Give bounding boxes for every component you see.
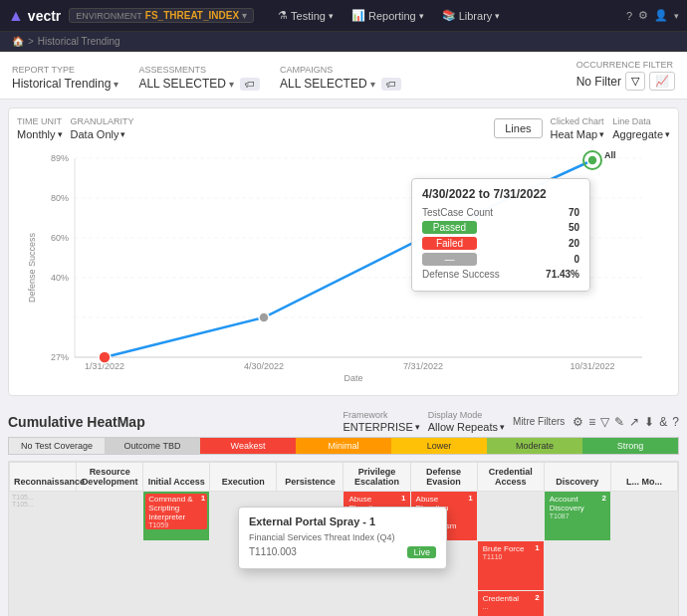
chevron-down-icon: ▾ — [500, 422, 505, 432]
filter-bar: Report Type Historical Trending ▾ Assess… — [0, 52, 687, 100]
help-icon[interactable]: ? — [626, 10, 632, 22]
user-icon[interactable]: 👤 — [654, 9, 668, 22]
tooltip-passed-value: 50 — [550, 222, 579, 233]
cell-cred-1[interactable] — [477, 492, 544, 541]
cell-other-3[interactable] — [610, 591, 677, 617]
nav-testing-label: Testing — [291, 10, 326, 22]
aggregate-select[interactable]: Aggregate ▾ — [612, 128, 670, 140]
legend-minimal: Minimal — [296, 438, 391, 454]
framework-value: ENTERPRISE — [343, 421, 412, 433]
chevron-down-icon: ▾ — [370, 79, 375, 90]
cursor-icon[interactable]: ↗ — [629, 415, 639, 429]
legend-weakest: Weakest — [200, 438, 296, 454]
cell-persistence-3[interactable] — [277, 591, 344, 617]
campaigns-select[interactable]: ALL SELECTED ▾ 🏷 — [280, 77, 401, 91]
campaigns-tag: 🏷 — [381, 78, 401, 91]
campaigns-label: Campaigns — [280, 65, 401, 75]
assessments-value: ALL SELECTED — [138, 77, 226, 91]
edit-icon[interactable]: ✎ — [614, 415, 624, 429]
svg-text:7/31/2022: 7/31/2022 — [403, 361, 443, 371]
data-point-jan[interactable] — [99, 351, 111, 363]
tooltip-title: 4/30/2022 to 7/31/2022 — [422, 187, 579, 201]
svg-text:60%: 60% — [51, 233, 69, 243]
svg-text:89%: 89% — [51, 153, 69, 163]
settings-icon[interactable]: ⚙ — [572, 415, 583, 429]
cell-initial-2[interactable] — [143, 541, 210, 591]
occurrence-value: No Filter — [576, 75, 621, 89]
link-icon[interactable]: & — [659, 415, 667, 429]
download-icon[interactable]: ⬇ — [644, 415, 654, 429]
cell-other-2[interactable] — [610, 541, 677, 591]
cell-initial-1[interactable]: 1 Command & Scripting Interpreter T1059 — [143, 492, 210, 541]
time-unit-select[interactable]: Monthly ▾ — [17, 128, 63, 140]
help-icon[interactable]: ? — [672, 415, 679, 429]
heat-map-select[interactable]: Heat Map ▾ — [551, 128, 605, 140]
nav-item-library[interactable]: 📚 Library ▾ — [434, 5, 509, 26]
filter-icon[interactable]: ▽ — [600, 415, 609, 429]
cell-execution-3[interactable] — [210, 591, 277, 617]
data-point-oct[interactable] — [587, 155, 597, 165]
cell-recon-1[interactable]: T105... T105... — [10, 492, 77, 541]
chevron-down-icon: ▾ — [415, 422, 420, 432]
assessments-label: Assessments — [138, 65, 260, 75]
col-initial: Initial Access — [143, 463, 210, 492]
cell-recon-3[interactable] — [10, 591, 77, 617]
col-other: L... Mo... — [610, 463, 677, 492]
env-label: ENVIRONMENT — [76, 11, 142, 21]
mitre-filters-link[interactable]: Mitre Filters — [513, 416, 565, 427]
cell-resource-3[interactable] — [77, 591, 143, 617]
assessments-select[interactable]: ALL SELECTED ▾ 🏷 — [138, 77, 260, 91]
cell-defense-3[interactable] — [410, 591, 477, 617]
home-icon[interactable]: 🏠 — [12, 36, 24, 47]
col-priv-esc: Privilege Escalation — [344, 463, 410, 492]
cell-recon-2[interactable] — [10, 541, 77, 591]
cell-resource-1[interactable] — [77, 492, 143, 541]
cell-resource-2[interactable] — [77, 541, 143, 591]
env-name: FS_THREAT_INDEX — [145, 10, 239, 21]
chevron-down-icon: ▾ — [419, 11, 424, 21]
popup-subtitle: Financial Services Threat Index (Q4) — [249, 532, 436, 542]
nav-item-reporting[interactable]: 📊 Reporting ▾ — [344, 5, 432, 26]
cell-discovery-2[interactable] — [544, 541, 610, 591]
report-type-select[interactable]: Historical Trending ▾ — [12, 77, 118, 91]
cell-initial-3[interactable] — [143, 591, 210, 617]
cell-discovery-3[interactable] — [544, 591, 610, 617]
nav-library-label: Library — [459, 10, 493, 22]
display-mode-select[interactable]: Allow Repeats ▾ — [428, 421, 505, 433]
nav-item-testing[interactable]: ⚗ Testing ▾ — [270, 5, 342, 26]
legend-bar: No Test Coverage Outcome TBD Weakest Min… — [8, 437, 679, 455]
popup-id-label: T1110.003 — [249, 546, 297, 558]
table-icon[interactable]: ≡ — [588, 415, 595, 429]
granularity-label: Granularity — [71, 116, 134, 126]
breadcrumb-page: Historical Trending — [38, 36, 120, 47]
svg-text:Date: Date — [344, 373, 362, 383]
app-logo: ▲ vectr — [8, 7, 61, 25]
line-data-control: Line Data Aggregate ▾ — [612, 116, 670, 140]
legend-lower: Lower — [391, 438, 487, 454]
svg-text:10/31/2022: 10/31/2022 — [570, 361, 614, 371]
cell-discovery-1[interactable]: 2 Account Discovery T1087 — [544, 492, 610, 541]
cell-other-1[interactable] — [610, 492, 677, 541]
data-point-apr[interactable] — [259, 312, 269, 322]
granularity-select[interactable]: Data Only ▾ — [71, 128, 134, 140]
cell-cred-2[interactable]: 1 Brute Force T1110 — [477, 541, 544, 591]
tooltip-row-count: TestCase Count 70 — [422, 207, 579, 218]
filter-funnel-button[interactable]: ▽ — [625, 72, 645, 91]
chart-type-button[interactable]: 📈 — [649, 72, 675, 91]
clicked-chart-control: Clicked Chart Heat Map ▾ — [551, 116, 605, 140]
svg-text:40%: 40% — [51, 273, 69, 283]
lines-button[interactable]: Lines — [494, 118, 542, 138]
framework-select[interactable]: ENTERPRISE ▾ — [343, 421, 419, 433]
granularity-value: Data Only — [71, 128, 119, 140]
cell-cred-3[interactable]: 2 Credential ... — [477, 591, 544, 617]
environment-badge[interactable]: ENVIRONMENT FS_THREAT_INDEX ▾ — [69, 8, 254, 23]
tooltip-failed-value: 20 — [550, 238, 579, 249]
time-unit-value: Monthly — [17, 128, 56, 140]
cell-privesc-3[interactable] — [344, 591, 410, 617]
settings-icon[interactable]: ⚙ — [638, 9, 648, 22]
campaigns-value: ALL SELECTED — [280, 77, 367, 91]
chevron-down-icon: ▾ — [114, 79, 118, 90]
breadcrumb: 🏠 > Historical Trending — [0, 32, 687, 52]
chevron-down-icon: ▾ — [495, 11, 500, 21]
col-execution: Execution — [210, 463, 277, 492]
